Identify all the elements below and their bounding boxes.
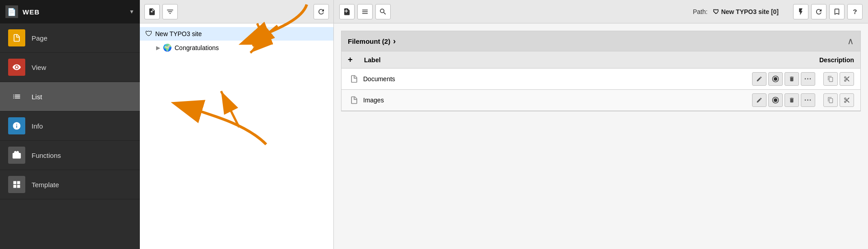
filemount-container: Filemount (2) › ∧ + Label Description	[334, 23, 868, 119]
svg-point-8	[774, 98, 777, 102]
filter-button[interactable]	[162, 4, 178, 19]
images-actions: ···	[752, 93, 854, 107]
sidebar-item-label-functions: Functions	[32, 152, 61, 159]
filemount-section: Filemount (2) › ∧ + Label Description	[341, 31, 861, 111]
functions-icon	[8, 147, 25, 164]
sidebar-item-page[interactable]: Page	[0, 23, 140, 53]
sidebar-header[interactable]: 📄 WEB ▼	[0, 0, 140, 23]
documents-cut-button[interactable]	[840, 72, 854, 86]
filemount-chevron: ›	[393, 37, 396, 46]
table-row: Images ···	[342, 90, 860, 111]
documents-edit-button[interactable]	[752, 72, 766, 86]
sidebar-item-label-page: Page	[32, 34, 47, 42]
svg-line-3	[221, 91, 239, 127]
tree-panel: 🛡 New TYPO3 site ▶ 🌍 Congratulations	[140, 0, 334, 249]
filemount-title-text: Filemount (2)	[348, 37, 390, 45]
content-panel: Path: 🛡 New TYPO3 site [0]	[334, 0, 868, 249]
view-icon	[8, 59, 25, 76]
tree-expand-icon: ▶	[156, 45, 160, 51]
help-button[interactable]: ?	[847, 4, 863, 19]
tree-toolbar	[140, 0, 333, 23]
refresh-tree-button[interactable]	[314, 4, 329, 19]
documents-toggle-button[interactable]	[768, 72, 783, 86]
sidebar: 📄 WEB ▼ Page View List Info Functions	[0, 0, 140, 249]
page-icon	[8, 29, 25, 46]
documents-more-button[interactable]: ···	[801, 72, 815, 86]
content-new-button[interactable]	[339, 4, 355, 19]
description-col-header: Description	[764, 56, 854, 64]
table-row: Documents ···	[342, 69, 860, 90]
tree-item-label-site: New TYPO3 site	[155, 30, 202, 37]
content-toolbar-right: Path: 🛡 New TYPO3 site [0]	[693, 4, 863, 19]
sidebar-item-label-list: List	[32, 93, 42, 101]
filemount-header[interactable]: Filemount (2) › ∧	[342, 31, 860, 51]
main-area: 🛡 New TYPO3 site ▶ 🌍 Congratulations	[140, 0, 868, 249]
images-delete-button[interactable]	[785, 93, 799, 107]
sidebar-item-label-view: View	[32, 64, 46, 71]
filemount-title: Filemount (2) ›	[348, 37, 847, 46]
sidebar-item-label-info: Info	[32, 122, 43, 130]
table-header: + Label Description	[342, 51, 860, 69]
documents-clipboard-button[interactable]	[823, 72, 838, 86]
sidebar-item-template[interactable]: Template	[0, 170, 140, 199]
content-search-button[interactable]	[375, 4, 391, 19]
content-toolbar: Path: 🛡 New TYPO3 site [0]	[334, 0, 868, 23]
documents-label: Documents	[363, 75, 749, 83]
template-icon	[8, 176, 25, 193]
sidebar-item-label-template: Template	[32, 181, 59, 189]
lightning-button[interactable]	[793, 4, 808, 19]
sidebar-header-icon: 📄	[5, 5, 18, 18]
sidebar-item-functions[interactable]: Functions	[0, 141, 140, 170]
tree-item-congratulations[interactable]: ▶ 🌍 Congratulations	[140, 41, 333, 55]
images-label: Images	[363, 97, 749, 104]
path-label: Path:	[693, 8, 708, 15]
documents-actions: ···	[752, 72, 854, 86]
svg-point-6	[774, 77, 777, 81]
sidebar-item-list[interactable]: List	[0, 82, 140, 111]
path-site-name: New TYPO3 site [0]	[721, 8, 779, 15]
sidebar-dropdown-arrow[interactable]: ▼	[129, 9, 134, 15]
images-edit-button[interactable]	[752, 93, 766, 107]
list-icon	[8, 88, 25, 105]
bookmark-button[interactable]	[829, 4, 845, 19]
path-value: 🛡 New TYPO3 site [0]	[713, 8, 779, 15]
tree-item-site[interactable]: 🛡 New TYPO3 site	[140, 27, 333, 41]
images-clipboard-button[interactable]	[823, 93, 838, 107]
images-file-icon	[348, 96, 360, 105]
sidebar-item-view[interactable]: View	[0, 53, 140, 82]
add-col-header[interactable]: +	[348, 55, 364, 65]
site-shield-icon: 🛡	[145, 30, 152, 38]
info-icon	[8, 117, 25, 134]
content-toggle-button[interactable]	[357, 4, 373, 19]
tree-content: 🛡 New TYPO3 site ▶ 🌍 Congratulations	[140, 23, 333, 249]
refresh-content-button[interactable]	[811, 4, 826, 19]
images-more-button[interactable]: ···	[801, 93, 815, 107]
images-toggle-button[interactable]	[768, 93, 783, 107]
sidebar-header-label: WEB	[23, 8, 125, 16]
images-cut-button[interactable]	[840, 93, 854, 107]
sidebar-item-info[interactable]: Info	[0, 111, 140, 141]
path-shield-icon: 🛡	[713, 8, 719, 15]
documents-file-icon	[348, 74, 360, 83]
globe-icon: 🌍	[163, 43, 172, 52]
help-icon: ?	[853, 8, 857, 15]
new-page-button[interactable]	[144, 4, 160, 19]
tree-item-label-congratulations: Congratulations	[175, 44, 219, 51]
filemount-collapse-icon[interactable]: ∧	[847, 36, 854, 46]
documents-delete-button[interactable]	[785, 72, 799, 86]
label-col-header: Label	[364, 56, 764, 64]
